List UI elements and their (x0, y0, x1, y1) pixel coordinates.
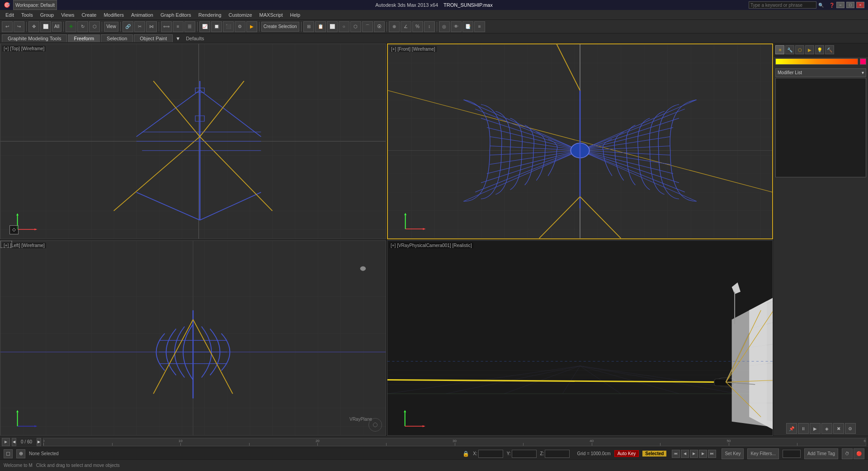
panel-tab-create[interactable]: ☀ (775, 45, 784, 54)
workspace-dropdown[interactable]: Workspace: Default (13, 0, 57, 10)
scale-button[interactable]: ⬡ (89, 21, 100, 32)
select-by-name-button[interactable]: 📋 (315, 21, 326, 32)
show-end-result-button[interactable]: ▶ (810, 423, 821, 434)
rect-select-button[interactable]: ⬜ (327, 21, 338, 32)
next-frame-button[interactable]: ▶ (699, 450, 707, 458)
schematic-view-button[interactable]: 🔲 (211, 21, 222, 32)
redo-button[interactable]: ↪ (14, 21, 24, 32)
menu-item-tools[interactable]: Tools (18, 11, 37, 19)
undo-button[interactable]: ↩ (2, 21, 13, 32)
tab-bar: Graphite Modeling Tools Freeform Selecti… (0, 33, 868, 43)
configure-modifier-sets-button[interactable]: ⚙ (845, 423, 856, 434)
spinner-snap-button[interactable]: ↕ (424, 21, 435, 32)
z-coord-input[interactable] (545, 450, 570, 458)
snap-toggle-button[interactable]: ⊕ (389, 21, 400, 32)
menu-item-create[interactable]: Create (78, 11, 100, 19)
create-selection-dropdown[interactable]: Create Selection (261, 22, 299, 32)
add-time-tag-button[interactable]: Add Time Tag (804, 448, 838, 459)
timeline-right-arrow[interactable]: ▶ (37, 438, 41, 446)
viewport-front-label: [+] [Front] [Wireframe] (390, 46, 437, 52)
curve-editor-button[interactable]: 📈 (199, 21, 210, 32)
x-coord-input[interactable] (478, 450, 503, 458)
minimize-button[interactable]: − (836, 2, 844, 8)
timeline-left-arrow[interactable]: ◀ (12, 438, 16, 446)
menu-item-edit[interactable]: Edit (2, 11, 18, 19)
align-button[interactable]: ≡ (173, 21, 184, 32)
frame-input[interactable] (783, 450, 801, 458)
angle-snap-button[interactable]: ∠ (401, 21, 411, 32)
time-icon-1[interactable]: ⏱ (842, 448, 853, 459)
quick-render-button[interactable]: ▶ (246, 21, 257, 32)
viewport-front[interactable]: [+] [Front] [Wireframe] (387, 43, 773, 239)
viewport-top[interactable]: [+] [Top] [Wireframe] (0, 43, 386, 239)
material-editor-button[interactable]: ⬛ (223, 21, 234, 32)
maximize-button[interactable]: □ (846, 2, 854, 8)
snaps-toggle[interactable]: ⊕ (16, 449, 25, 458)
lasso-select-button[interactable]: ⌒ (362, 21, 373, 32)
pin-stack-button[interactable]: 📌 (786, 423, 797, 434)
close-button[interactable]: × (856, 2, 864, 8)
select-button[interactable]: ✥ (28, 21, 39, 32)
panel-tab-utilities[interactable]: 🔨 (825, 45, 834, 54)
tab-selection[interactable]: Selection (101, 34, 133, 42)
auto-key-button[interactable]: Auto Key (614, 450, 639, 457)
timeline-track[interactable]: 0102030405060 (43, 438, 866, 446)
remove-modifier-button[interactable]: ✖ (833, 423, 844, 434)
rotate-button[interactable]: ↻ (77, 21, 88, 32)
named-sel-sets-button[interactable]: ⊞ (303, 21, 314, 32)
menu-item-group[interactable]: Group (37, 11, 58, 19)
ribbon-toggle-button[interactable]: ≡ (474, 21, 485, 32)
percent-snap-button[interactable]: % (412, 21, 423, 32)
menu-item-animation[interactable]: Animation (127, 11, 157, 19)
y-coord-input[interactable] (512, 450, 537, 458)
select-region-button[interactable]: ⬜ (40, 21, 51, 32)
menu-item-rendering[interactable]: Rendering (195, 11, 225, 19)
menu-item-customize[interactable]: Customize (225, 11, 256, 19)
tab-object-paint[interactable]: Object Paint (134, 34, 173, 42)
color-swatch-pink[interactable] (860, 58, 866, 65)
panel-tab-hierarchy[interactable]: ⬡ (795, 45, 804, 54)
ref-coord-dropdown[interactable]: View (104, 22, 118, 32)
link-button[interactable]: 🔗 (123, 21, 133, 32)
menu-item-views[interactable]: Views (57, 11, 78, 19)
make-unique-button[interactable]: ◈ (821, 423, 832, 434)
move-button[interactable]: ✛ (66, 21, 76, 32)
filter-all-dropdown[interactable]: All (52, 22, 61, 32)
set-key-button[interactable]: Set Key (722, 448, 744, 459)
timeline-label-30: 30 (453, 439, 457, 443)
prev-frame-button[interactable]: ◀ (681, 450, 689, 458)
goto-end-button[interactable]: ⏭ (708, 450, 716, 458)
isolate-sel-button[interactable]: ◎ (439, 21, 450, 32)
menu-item-help[interactable]: Help (287, 11, 304, 19)
panel-tab-display[interactable]: 💡 (815, 45, 824, 54)
viewport-left[interactable]: [+] [Left] [Wireframe] (0, 240, 386, 436)
display-floater-button[interactable]: 👁 (451, 21, 462, 32)
key-filters-button[interactable]: Key Filters... (747, 448, 779, 459)
paint-select-button[interactable]: ⦿ (374, 21, 385, 32)
circle-select-button[interactable]: ○ (339, 21, 349, 32)
goto-start-button[interactable]: ⏮ (672, 450, 680, 458)
layer-mgr-button[interactable]: ☰ (184, 21, 195, 32)
panel-tab-motion[interactable]: ▶ (805, 45, 814, 54)
bind-space-warp-button[interactable]: ⋈ (146, 21, 157, 32)
mirror-button[interactable]: ⟺ (161, 21, 172, 32)
search-input[interactable] (749, 1, 816, 9)
unlink-button[interactable]: ✂ (134, 21, 145, 32)
fence-select-button[interactable]: ⬡ (350, 21, 361, 32)
render-setup-button[interactable]: ⚙ (235, 21, 245, 32)
tab-graphite-modeling[interactable]: Graphite Modeling Tools (2, 34, 67, 42)
play-anim-button[interactable]: ▶ (690, 450, 698, 458)
modifier-list-area[interactable] (775, 78, 866, 177)
panel-tab-modify[interactable]: 🔧 (785, 45, 794, 54)
viewport-mode-icon[interactable] (4, 449, 13, 458)
manage-layers-button[interactable]: 📑 (462, 21, 473, 32)
menu-item-modifiers[interactable]: Modifiers (100, 11, 127, 19)
viewport-camera[interactable]: [+] [VRayPhysicalCamera001] [Realistic] (387, 240, 773, 436)
play-icon-button[interactable]: ▶ (2, 438, 10, 446)
menu-item-maxscript[interactable]: MAXScript (256, 11, 287, 19)
tab-freeform[interactable]: Freeform (68, 34, 100, 42)
time-icon-2[interactable]: 🔴 (854, 448, 864, 459)
menu-item-graph-editors[interactable]: Graph Editors (157, 11, 195, 19)
show-result-button[interactable]: ⏸ (798, 423, 809, 434)
viewport-left-orbit[interactable] (368, 418, 382, 432)
